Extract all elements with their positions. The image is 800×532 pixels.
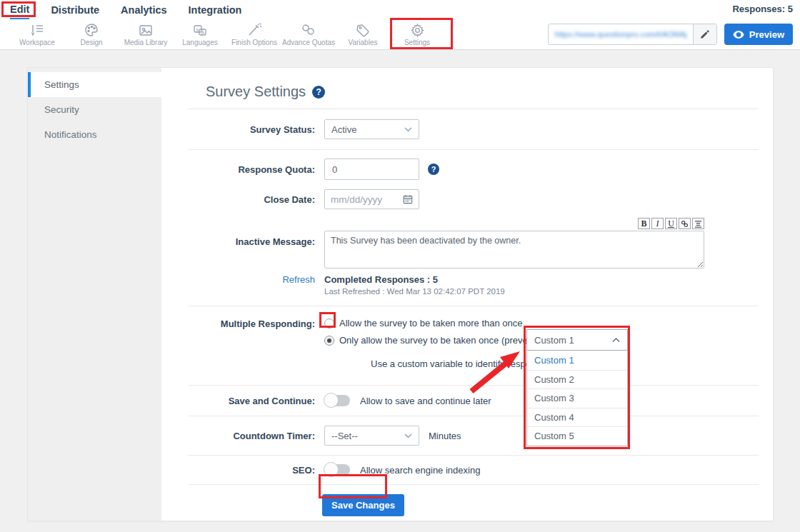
countdown-timer-select[interactable]: --Set--	[324, 426, 419, 446]
toolbar-item-settings[interactable]: Settings	[390, 19, 444, 49]
settings-card: Settings Security Notifications Survey S…	[27, 67, 774, 521]
chevron-down-icon	[404, 433, 412, 438]
radio-more-than-once[interactable]	[324, 318, 334, 328]
survey-status-label: Survey Status:	[189, 124, 324, 135]
toolbar-item-label: Languages	[182, 39, 218, 46]
dropdown-options-panel: Custom 1 Custom 2 Custom 3 Custom 4 Cust…	[526, 351, 628, 446]
radio-more-than-once-label: Allow the survey to be taken more than o…	[339, 318, 523, 328]
close-date-input[interactable]	[331, 194, 403, 205]
custom-variable-dropdown-button[interactable]: Custom 1	[526, 329, 628, 351]
dropdown-option-custom-3[interactable]: Custom 3	[527, 388, 627, 408]
settings-sidebar: Settings Security Notifications	[28, 68, 161, 521]
save-continue-text: Allow to save and continue later	[360, 396, 491, 406]
toolbar-item-label: Finish Options	[231, 39, 277, 46]
format-toolbar: B I U	[324, 218, 704, 229]
magic-wand-icon	[246, 22, 262, 38]
save-changes-button[interactable]: Save Changes	[322, 494, 404, 516]
preview-button[interactable]: Preview	[724, 24, 793, 45]
gear-icon	[410, 22, 425, 38]
workspace-icon	[29, 22, 45, 38]
toolbar-item-label: Design	[80, 39, 102, 46]
refresh-link[interactable]: Refresh	[282, 274, 315, 285]
nav-tab-distribute[interactable]: Distribute	[51, 1, 99, 19]
dropdown-option-custom-4[interactable]: Custom 4	[527, 408, 627, 427]
seo-label: SEO:	[189, 465, 324, 476]
countdown-timer-label: Countdown Timer:	[189, 431, 324, 441]
custom-variable-label: Use a custom variable to identify respon…	[371, 358, 550, 369]
responses-badge: Responses: 5	[732, 4, 793, 14]
toolbar-item-finish-options[interactable]: Finish Options	[227, 19, 281, 49]
page-title: Survey Settings	[206, 84, 306, 100]
toolbar-item-label: Workspace	[19, 39, 55, 46]
bold-button[interactable]: B	[638, 218, 650, 229]
dropdown-option-custom-1[interactable]: Custom 1	[527, 351, 627, 370]
seo-text: Allow search engine indexing	[360, 465, 480, 476]
seo-toggle[interactable]	[324, 464, 350, 476]
calendar-icon	[403, 194, 413, 204]
edit-toolbar: Workspace Design Media Library x A	[0, 19, 800, 50]
svg-text:A: A	[201, 29, 205, 34]
survey-url-box: https://www.questionpro.com/t/AOMAj	[548, 24, 717, 45]
dropdown-option-custom-5[interactable]: Custom 5	[527, 426, 627, 446]
italic-button[interactable]: I	[651, 218, 664, 229]
survey-status-select[interactable]: Active	[324, 119, 419, 139]
nav-tab-edit[interactable]: Edit	[10, 1, 29, 19]
link-icon	[681, 220, 689, 228]
toolbar-item-label: Variables	[349, 39, 378, 46]
close-date-label: Close Date:	[189, 194, 324, 205]
edit-url-button[interactable]	[693, 24, 716, 44]
settings-main: Survey Settings ? Survey Status: Active …	[161, 68, 773, 521]
multiple-responding-label: Multiple Responding:	[189, 318, 324, 329]
inactive-message-textarea[interactable]: This Survey has been deactivated by the …	[324, 231, 704, 268]
last-refreshed-text: Last Refreshed : Wed Mar 13 02:42:07 PDT…	[324, 287, 505, 296]
toolbar-item-languages[interactable]: x A Languages	[173, 19, 227, 49]
tag-icon	[355, 22, 371, 38]
radio-only-once[interactable]	[324, 336, 334, 346]
link-button[interactable]	[679, 218, 691, 229]
chevron-down-icon	[404, 127, 412, 132]
toolbar-item-label: Media Library	[124, 39, 168, 46]
sidebar-item-settings[interactable]: Settings	[28, 72, 161, 97]
toolbar-item-label: Advance Quotas	[282, 39, 335, 46]
languages-icon: x A	[192, 22, 208, 38]
toolbar-item-workspace[interactable]: Workspace	[10, 19, 64, 49]
media-library-icon	[138, 22, 154, 38]
chevron-up-icon	[612, 338, 620, 343]
custom-variable-dropdown: Custom 1 Custom 1 Custom 2 Custom 3 Cust…	[526, 329, 628, 446]
dropdown-option-custom-2[interactable]: Custom 2	[527, 370, 627, 389]
countdown-minutes-text: Minutes	[429, 431, 461, 441]
response-quota-label: Response Quota:	[189, 164, 324, 175]
response-quota-input[interactable]	[324, 159, 419, 180]
chain-links-icon	[301, 22, 316, 38]
quota-help-icon[interactable]: ?	[428, 164, 439, 175]
inactive-message-label: Inactive Message:	[189, 218, 324, 247]
sidebar-item-notifications[interactable]: Notifications	[28, 122, 161, 147]
sidebar-item-security[interactable]: Security	[28, 97, 161, 122]
align-button[interactable]	[692, 218, 704, 229]
nav-tab-analytics[interactable]: Analytics	[121, 1, 166, 19]
save-continue-toggle[interactable]	[324, 395, 350, 406]
eye-icon	[733, 31, 744, 39]
svg-text:x: x	[196, 26, 199, 31]
survey-url-input[interactable]: https://www.questionpro.com/t/AOMAj	[549, 24, 693, 44]
align-icon	[694, 220, 702, 228]
help-icon[interactable]: ?	[312, 86, 325, 99]
underline-button[interactable]: U	[665, 218, 677, 229]
top-nav: Edit Distribute Analytics Integration Re…	[0, 0, 800, 19]
toolbar-item-design[interactable]: Design	[64, 19, 119, 49]
close-date-field[interactable]	[324, 189, 419, 209]
toolbar-item-label: Settings	[404, 39, 430, 46]
toolbar-item-advance-quotas[interactable]: Advance Quotas	[281, 19, 336, 49]
nav-tab-integration[interactable]: Integration	[189, 1, 242, 19]
toolbar-item-variables[interactable]: Variables	[336, 19, 390, 49]
completed-responses-text: Completed Responses : 5	[324, 274, 438, 285]
design-palette-icon	[84, 22, 99, 38]
toolbar-item-media-library[interactable]: Media Library	[119, 19, 173, 49]
save-continue-label: Save and Continue:	[189, 396, 324, 406]
pencil-icon	[700, 30, 709, 39]
